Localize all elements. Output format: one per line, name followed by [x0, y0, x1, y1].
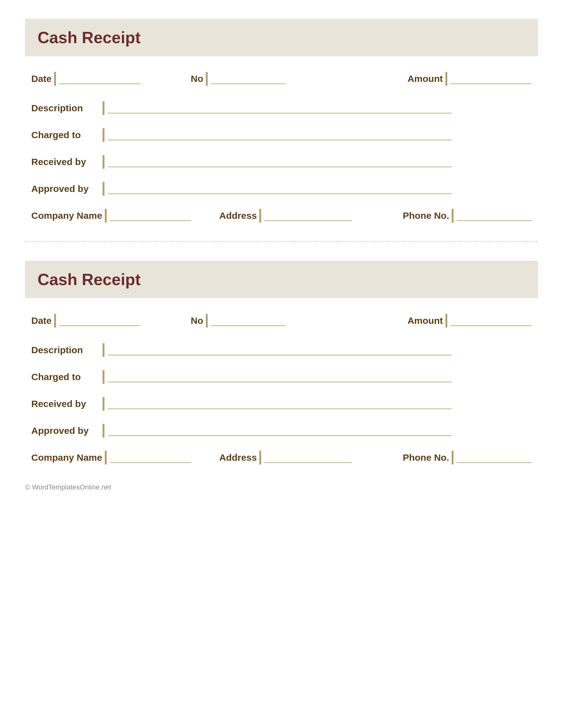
receipt-1-address-group: Address	[210, 209, 362, 223]
receipt-2-phone-input[interactable]	[457, 453, 532, 463]
receipt-1-phone-group: Phone No.	[380, 209, 532, 223]
receipt-1-amount-label: Amount	[408, 73, 443, 84]
receipt-2-no-bar	[206, 314, 208, 328]
receipt-1-approved-by-bar	[103, 182, 104, 196]
receipt-2-approved-by-label: Approved by	[31, 425, 100, 436]
receipt-1-body: Date No Amount Description	[25, 72, 538, 223]
receipt-2-no-group: No	[140, 314, 336, 328]
receipt-2-received-by-row: Received by	[31, 397, 532, 411]
receipt-2: Cash Receipt Date No Amount	[25, 261, 538, 464]
receipt-1-title: Cash Receipt	[38, 28, 525, 47]
receipt-1-amount-group: Amount	[336, 72, 532, 86]
receipt-2-bottom-row: Company Name Address Phone No.	[31, 451, 532, 464]
receipt-2-approved-by-row: Approved by	[31, 424, 532, 438]
receipt-2-charged-to-label: Charged to	[31, 372, 100, 382]
receipt-1-no-bar	[206, 72, 208, 86]
receipt-2-description-label: Description	[31, 345, 100, 355]
receipt-1-no-input[interactable]	[211, 74, 286, 84]
receipt-2-address-bar	[259, 451, 261, 464]
receipt-1-charged-to-input[interactable]	[108, 130, 452, 140]
receipt-2-description-bar	[103, 343, 104, 357]
receipt-2-company-group: Company Name	[31, 451, 191, 464]
receipt-2-no-label: No	[191, 315, 203, 326]
receipt-2-amount-group: Amount	[336, 314, 532, 328]
receipt-1-phone-input[interactable]	[457, 211, 532, 221]
receipt-1-date-label: Date	[31, 73, 52, 84]
receipt-2-address-input[interactable]	[264, 453, 352, 463]
receipt-1-received-by-input[interactable]	[108, 157, 452, 167]
receipt-1-charged-to-label: Charged to	[31, 130, 100, 140]
receipt-1-date-group: Date	[31, 72, 140, 86]
receipt-2-approved-by-input[interactable]	[108, 426, 452, 436]
receipt-2-company-bar	[105, 451, 107, 464]
receipt-1-bottom-row: Company Name Address Phone No.	[31, 209, 532, 223]
receipt-2-phone-group: Phone No.	[380, 451, 532, 464]
receipt-2-description-row: Description	[31, 343, 532, 357]
receipt-1-phone-bar	[452, 209, 454, 223]
receipt-2-date-input[interactable]	[59, 316, 140, 326]
receipt-1-approved-by-row: Approved by	[31, 182, 532, 196]
receipt-1-received-by-label: Received by	[31, 157, 100, 167]
receipt-1-company-bar	[105, 209, 107, 223]
receipt-1-charged-to-bar	[103, 128, 104, 142]
page-footer: © WordTemplatesOnline.net	[25, 483, 538, 491]
receipt-1-top-row: Date No Amount	[31, 72, 532, 86]
receipt-2-body: Date No Amount Description	[25, 314, 538, 464]
receipt-1-address-label: Address	[219, 210, 257, 221]
receipt-2-date-label: Date	[31, 315, 52, 326]
receipt-1-header: Cash Receipt	[25, 19, 538, 56]
receipt-1-description-label: Description	[31, 103, 100, 113]
receipt-1-address-input[interactable]	[264, 211, 352, 221]
receipt-2-no-input[interactable]	[211, 316, 286, 326]
receipt-1-approved-by-input[interactable]	[108, 184, 452, 194]
receipt-1-phone-label: Phone No.	[403, 210, 449, 221]
receipt-2-charged-to-bar	[103, 370, 104, 384]
page-container: Cash Receipt Date No Amount	[25, 19, 538, 491]
receipt-1-address-bar	[259, 209, 261, 223]
receipt-2-amount-label: Amount	[408, 315, 443, 326]
receipt-1-no-group: No	[140, 72, 336, 86]
receipt-1-company-input[interactable]	[110, 211, 191, 221]
receipt-2-title: Cash Receipt	[38, 270, 525, 289]
receipt-1-description-row: Description	[31, 101, 532, 115]
receipt-1-amount-input[interactable]	[450, 74, 532, 84]
receipt-2-amount-bar	[445, 314, 447, 328]
receipt-2-date-bar	[54, 314, 56, 328]
receipt-1: Cash Receipt Date No Amount	[25, 19, 538, 223]
receipt-2-received-by-bar	[103, 397, 104, 411]
receipt-2-charged-to-input[interactable]	[108, 372, 452, 382]
footer-text: © WordTemplatesOnline.net	[25, 483, 111, 491]
receipt-2-phone-label: Phone No.	[403, 452, 449, 463]
receipt-1-description-bar	[103, 101, 104, 115]
receipt-2-address-label: Address	[219, 452, 257, 463]
receipt-2-phone-bar	[452, 451, 454, 464]
receipt-1-approved-by-label: Approved by	[31, 183, 100, 194]
receipt-1-charged-to-row: Charged to	[31, 128, 532, 142]
receipt-1-company-label: Company Name	[31, 210, 102, 221]
receipt-1-amount-bar	[445, 72, 447, 86]
receipt-2-address-group: Address	[210, 451, 362, 464]
receipt-divider	[25, 241, 538, 242]
receipt-2-company-input[interactable]	[110, 453, 191, 463]
receipt-2-company-label: Company Name	[31, 452, 102, 463]
receipt-2-date-group: Date	[31, 314, 140, 328]
receipt-2-received-by-label: Received by	[31, 399, 100, 409]
receipt-1-date-input[interactable]	[59, 74, 140, 84]
receipt-1-received-by-row: Received by	[31, 155, 532, 169]
receipt-1-date-bar	[54, 72, 56, 86]
receipt-1-company-group: Company Name	[31, 209, 191, 223]
receipt-1-no-label: No	[191, 73, 203, 84]
receipt-2-top-row: Date No Amount	[31, 314, 532, 328]
receipt-1-received-by-bar	[103, 155, 104, 169]
receipt-2-received-by-input[interactable]	[108, 399, 452, 409]
receipt-2-charged-to-row: Charged to	[31, 370, 532, 384]
receipt-2-approved-by-bar	[103, 424, 104, 438]
receipt-2-header: Cash Receipt	[25, 261, 538, 298]
receipt-1-description-input[interactable]	[108, 103, 452, 113]
receipt-2-amount-input[interactable]	[450, 316, 532, 326]
receipt-2-description-input[interactable]	[108, 345, 452, 355]
